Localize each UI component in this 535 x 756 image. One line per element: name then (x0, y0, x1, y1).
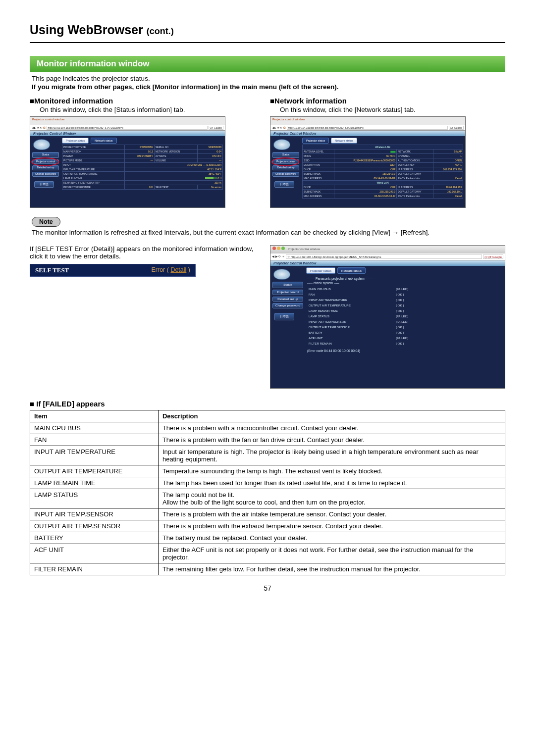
callout-oval (31, 157, 59, 166)
sidebar-lang[interactable]: 日本語 (274, 313, 294, 320)
check-header: ==== Panasonic projector check system ==… (307, 277, 502, 280)
monitored-window: Projector control window ◀ ▶ ⟳ ✕ 🏠 http:… (30, 116, 225, 208)
tab-projector-status[interactable]: Projector status (302, 138, 329, 144)
th-desc: Description (158, 410, 505, 422)
network-window: Projector control window ◀ ▶ ⟳ ✕ 🏠 http:… (270, 116, 466, 208)
section: Monitor information window This page ind… (30, 56, 505, 575)
intro-line2: If you migrate from other pages, click [… (32, 83, 505, 91)
sidebar-projector[interactable]: Projector control (272, 290, 303, 295)
monitored-heading: ■Monitored information (30, 97, 265, 105)
st-content: Projector status Network status ==== Pan… (305, 266, 505, 356)
sidebar-lang[interactable]: 日本語 (34, 181, 54, 188)
table-row: OUTPUT AIR TEMPERATURETemperature surrou… (30, 465, 505, 477)
logo-icon (273, 139, 290, 150)
sidebar-status[interactable]: Status (272, 282, 303, 288)
selftest-window: Projector control window ◀ ▶ ⟳ ＋ ☆ http:… (270, 245, 505, 389)
nw-subheader: Projector Control Window (270, 131, 465, 136)
sidebar-change-pw[interactable]: Change password (32, 172, 59, 177)
section-title: Monitor information window (30, 56, 505, 72)
tab-network-status[interactable]: Network status (91, 138, 116, 144)
intro-line1: This page indicates the projector status… (32, 75, 505, 82)
mw-titlebar: Projector control window (30, 117, 225, 125)
sidebar-lang[interactable]: 日本語 (274, 181, 294, 188)
note-badge: Note (32, 217, 60, 227)
st-addressbar[interactable]: ◀ ▶ ⟳ ＋ ☆ http://10.69.104.183/cgi-bin/m… (270, 253, 505, 260)
th-item: Item (30, 410, 159, 422)
title-cont: (cont.) (147, 26, 174, 36)
note-text: The monitor information is refreshed at … (32, 229, 505, 236)
failed-heading: ■ If [FAILED] appears (30, 400, 505, 408)
table-row: BATTERYThe battery must be replaced. Con… (30, 532, 505, 544)
two-col: ■Monitored information On this window, c… (30, 97, 505, 208)
selftest-row: If [SELF TEST Error (Detail)] appears on… (30, 245, 505, 389)
network-col: ■Network information On this window, cli… (270, 97, 505, 208)
table-row: INPUT AIR TEMP.SENSORThere is a problem … (30, 508, 505, 520)
tab-network-status[interactable]: Network status (337, 267, 366, 274)
table-row: INPUT AIR TEMPERATUREInput air temperatu… (30, 446, 505, 465)
check-results: MAIN CPU BUS[FAILED]FAN[ OK ]INPUT AIR T… (307, 286, 424, 346)
status-table: PROJECTOR TYPEFW300NTUSERIAL NOSD9050058… (62, 145, 223, 190)
nw-addressbar[interactable]: ◀ ▶ ⟳ ✕ 🏠 http://10.69.104.183/cgi-bin/m… (270, 125, 465, 131)
selftest-left: If [SELF TEST Error (Detail)] appears on… (30, 245, 265, 277)
table-row: LAMP REMAIN TIMEThe lamp has been used f… (30, 477, 505, 489)
tab-projector-status[interactable]: Projector status (62, 138, 89, 144)
monitored-col: ■Monitored information On this window, c… (30, 97, 265, 208)
network-desc: On this window, click the [Network statu… (280, 106, 505, 113)
callout-oval (271, 157, 299, 166)
detail-link[interactable]: Detail (170, 266, 186, 273)
sidebar-change-pw[interactable]: Change password (272, 172, 299, 177)
title-text: Using WebBrowser (30, 23, 143, 37)
monitored-desc: On this window, click the [Status inform… (40, 106, 265, 113)
page: Using WebBrowser (cont.) Monitor informa… (0, 0, 535, 756)
table-row: OUTPUT AIR TEMP.SENSORThere is a problem… (30, 520, 505, 532)
st-subheader: Projector Control Window (270, 260, 505, 266)
st-sidebar: Status Projector control Detailed set up… (270, 266, 305, 356)
table-row: FANThere is a problem with the fan or fa… (30, 434, 505, 446)
sidebar-status[interactable]: Status (272, 152, 299, 158)
selftest-bar[interactable]: SELF TEST Error ( Detail ) (30, 264, 196, 277)
network-heading: ■Network information (270, 97, 505, 105)
logo-icon (273, 269, 290, 280)
sidebar-detailed[interactable]: Detailed set up (272, 297, 303, 302)
tab-network-status[interactable]: Network status (331, 138, 357, 144)
mw-content: Projector status Network status PROJECTO… (61, 136, 225, 191)
network-table: Wireless LAN ANTENNA LEVEL▮▮▮▮▮NETWORKS-… (302, 145, 463, 199)
window-controls[interactable] (272, 247, 285, 250)
nw-sidebar: Status Projector control Detailed set up… (270, 136, 301, 200)
mw-sidebar: Status Projector control Detailed set up… (30, 136, 61, 191)
error-code: (Error code 84 44 00 00 10 00 00 04) (307, 349, 502, 353)
logo-icon (33, 139, 50, 150)
selftest-para: If [SELF TEST Error (Detail)] appears on… (30, 245, 265, 260)
check-sub: ----- check system ----- (307, 281, 502, 285)
sidebar-change-pw[interactable]: Change password (272, 303, 303, 308)
page-number: 57 (30, 584, 505, 592)
table-row: MAIN CPU BUSThere is a problem with a mi… (30, 422, 505, 434)
sidebar-status[interactable]: Status (32, 152, 59, 158)
table-row: LAMP STATUSThe lamp could not be lit.All… (30, 489, 505, 508)
table-row: FILTER REMAINThe remaining filter gets l… (30, 563, 505, 575)
intro: This page indicates the projector status… (32, 75, 505, 91)
mw-subheader: Projector Control Window (30, 131, 225, 136)
mw-addressbar[interactable]: ◀ ▶ ⟳ ✕ 🏠 http://10.69.104.183/cgi-bin/m… (30, 125, 225, 131)
nw-content: Projector status Network status Wireless… (301, 136, 465, 200)
title-rule (30, 42, 505, 43)
nw-titlebar: Projector control window (270, 117, 465, 125)
st-titlebar: Projector control window (270, 246, 505, 253)
page-title: Using WebBrowser (cont.) (30, 23, 505, 37)
table-row: ACF UNITEither the ACF unit is not set p… (30, 544, 505, 563)
tab-projector-status[interactable]: Projector status (306, 267, 335, 274)
selftest-error[interactable]: Error ( Detail ) (146, 264, 195, 276)
selftest-label: SELF TEST (30, 264, 74, 276)
failed-table: Item Description MAIN CPU BUSThere is a … (30, 410, 505, 575)
